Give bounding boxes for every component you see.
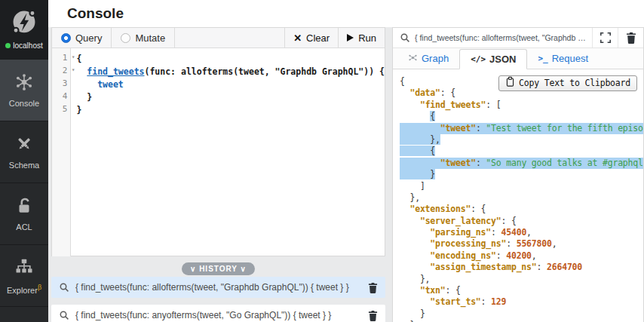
sidebar-item-label: ACL bbox=[16, 222, 32, 232]
clear-label: Clear bbox=[306, 32, 330, 44]
fold-arrow-icon[interactable]: ▾ bbox=[72, 54, 75, 60]
code-line: "find_tweets": [ bbox=[400, 100, 643, 111]
code-icon: </> bbox=[471, 54, 486, 64]
line-number: 5 bbox=[52, 104, 70, 117]
history-item[interactable]: { find_tweets(func: allofterms(tweet, "G… bbox=[51, 277, 385, 298]
connection-label: localhost bbox=[13, 41, 42, 50]
code-line: } bbox=[76, 91, 385, 104]
code-line: "assign_timestamp_ns": 2664700 bbox=[400, 262, 643, 273]
line-number[interactable]: 2▾ bbox=[52, 66, 70, 78]
json-lines: { "data": { "find_tweets": [ { "tweet": … bbox=[400, 76, 643, 322]
explorer-tree-icon bbox=[14, 257, 34, 280]
result-tabs: Graph </> JSON >_ Request bbox=[393, 48, 643, 69]
query-editor[interactable]: 1▾2▾345 { find_tweets(func: allofterms(t… bbox=[52, 48, 385, 256]
code-line: } bbox=[400, 308, 643, 320]
toolbar-spacer bbox=[175, 28, 284, 48]
sidebar-item-console[interactable]: Console bbox=[0, 59, 48, 121]
clipboard-icon bbox=[505, 76, 515, 90]
history-pill-wrap: ∨ HISTORY ∨ bbox=[51, 261, 385, 275]
unlocked-padlock-icon bbox=[14, 196, 34, 219]
clear-button[interactable]: ✕ Clear bbox=[284, 28, 338, 48]
sidebar-item-acl[interactable]: ACL bbox=[0, 182, 48, 244]
console-graph-icon bbox=[14, 72, 34, 95]
tab-mutate-label: Mutate bbox=[135, 32, 165, 44]
result-panel: { find_tweets(func: allofterms(tweet, "G… bbox=[392, 27, 644, 322]
run-play-icon bbox=[347, 34, 354, 41]
code-line: "start_ts": 129 bbox=[400, 296, 643, 308]
connection-section[interactable]: localhost bbox=[0, 0, 48, 59]
history-toggle[interactable]: ∨ HISTORY ∨ bbox=[182, 262, 255, 275]
code-line: "txn": { bbox=[400, 285, 643, 296]
query-toolbar: Query Mutate ✕ Clear Run bbox=[52, 28, 385, 48]
tab-graph[interactable]: Graph bbox=[397, 48, 459, 69]
code-line: }, bbox=[400, 192, 643, 204]
run-label: Run bbox=[358, 32, 376, 44]
code-line: }, bbox=[400, 274, 643, 285]
copy-button-label: Copy Text to Clipboard bbox=[519, 78, 630, 89]
search-icon bbox=[59, 310, 69, 320]
header: Console bbox=[48, 0, 644, 27]
copy-to-clipboard-button[interactable]: Copy Text to Clipboard bbox=[498, 75, 637, 91]
code-line: "parsing_ns": 45400, bbox=[400, 227, 643, 238]
code-line: } bbox=[76, 104, 385, 117]
radio-unselected-icon bbox=[121, 33, 130, 43]
radio-selected-icon bbox=[61, 33, 71, 43]
code-line: "extensions": { bbox=[400, 204, 643, 215]
code-line: { bbox=[76, 53, 385, 66]
trash-button[interactable] bbox=[618, 28, 643, 48]
tab-request[interactable]: >_ Request bbox=[527, 48, 599, 69]
tab-query[interactable]: Query bbox=[52, 28, 112, 48]
sidebar-item-label: Console bbox=[9, 99, 39, 108]
sidebar-item-schema[interactable]: Schema bbox=[0, 121, 48, 182]
terminal-icon: >_ bbox=[538, 54, 547, 63]
status-dot-icon bbox=[5, 43, 11, 48]
line-number[interactable]: 1▾ bbox=[52, 53, 70, 66]
sidebar-item-label: Schema bbox=[9, 161, 39, 170]
code-line: "processing_ns": 5567800, bbox=[400, 238, 643, 250]
code-line: "tweet": "So many good talks at #graphql… bbox=[400, 158, 643, 169]
graph-molecule-icon bbox=[408, 53, 418, 65]
code-line: ] bbox=[400, 181, 643, 192]
code-line: { bbox=[400, 111, 643, 122]
line-number: 3 bbox=[52, 78, 70, 91]
schema-pencils-icon bbox=[14, 134, 34, 157]
fullscreen-button[interactable] bbox=[592, 28, 618, 48]
search-icon bbox=[393, 28, 410, 48]
run-button[interactable]: Run bbox=[338, 28, 385, 48]
history-query-text: { find_tweets(func: allofterms(tweet, "G… bbox=[75, 282, 362, 293]
tab-mutate[interactable]: Mutate bbox=[112, 28, 175, 48]
history-query-text: { find_tweets(func: anyofterms(tweet, "G… bbox=[75, 310, 362, 320]
tab-json[interactable]: </> JSON bbox=[459, 49, 527, 69]
dgraph-logo-icon[interactable] bbox=[8, 5, 40, 40]
sidebar-item-label: Explorerβ bbox=[7, 284, 41, 295]
code-line: }, bbox=[400, 134, 643, 146]
query-panel: Query Mutate ✕ Clear Run 1▾2▾345 { find_… bbox=[51, 27, 385, 256]
trash-icon[interactable] bbox=[368, 310, 378, 321]
result-query-preview[interactable]: { find_tweets(func: allofterms(tweet, "G… bbox=[410, 28, 592, 48]
json-response-view[interactable]: { "data": { "find_tweets": [ { "tweet": … bbox=[393, 69, 643, 322]
code-line: "tweet": "Test tweet for the fifth episo… bbox=[400, 123, 643, 134]
code-line: { bbox=[400, 146, 643, 157]
sidebar: localhost Console Schema AC bbox=[0, 0, 48, 322]
result-query-bar: { find_tweets(func: allofterms(tweet, "G… bbox=[393, 28, 643, 48]
code-line: find_tweets(func: allofterms(tweet, "Gra… bbox=[76, 66, 385, 78]
connection-status[interactable]: localhost bbox=[5, 41, 42, 50]
fold-arrow-icon[interactable]: ▾ bbox=[72, 66, 75, 73]
code-line: "server_latency": { bbox=[400, 216, 643, 227]
editor-gutter: 1▾2▾345 bbox=[52, 48, 71, 256]
beta-badge: β bbox=[38, 284, 41, 291]
history-item[interactable]: { find_tweets(func: anyofterms(tweet, "G… bbox=[51, 305, 385, 322]
sidebar-item-partial[interactable] bbox=[0, 306, 48, 322]
tab-request-label: Request bbox=[552, 53, 588, 64]
search-icon bbox=[59, 282, 69, 293]
code-line: tweet bbox=[76, 78, 385, 91]
tab-json-label: JSON bbox=[489, 54, 516, 65]
sidebar-item-explorer[interactable]: Explorerβ bbox=[0, 244, 48, 306]
tab-graph-label: Graph bbox=[422, 53, 449, 64]
clear-x-icon: ✕ bbox=[293, 32, 302, 44]
editor-code[interactable]: { find_tweets(func: allofterms(tweet, "G… bbox=[71, 48, 385, 256]
trash-icon[interactable] bbox=[368, 282, 378, 293]
page-title: Console bbox=[48, 0, 644, 27]
tab-query-label: Query bbox=[75, 32, 102, 44]
code-line: "encoding_ns": 40200, bbox=[400, 250, 643, 262]
